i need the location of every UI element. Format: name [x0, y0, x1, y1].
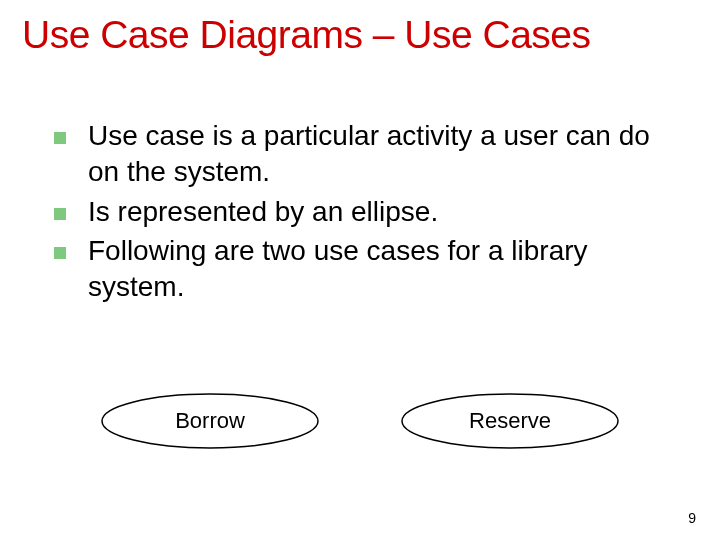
list-item-text: Use case is a particular activity a user…: [88, 118, 680, 190]
list-item: Following are two use cases for a librar…: [54, 233, 680, 305]
use-case-borrow: Borrow: [100, 392, 320, 450]
slide: Use Case Diagrams – Use Cases Use case i…: [0, 0, 720, 540]
list-item-text: Following are two use cases for a librar…: [88, 233, 680, 305]
slide-title: Use Case Diagrams – Use Cases: [22, 14, 700, 57]
list-item-text: Is represented by an ellipse.: [88, 194, 438, 230]
list-item: Use case is a particular activity a user…: [54, 118, 680, 190]
square-bullet-icon: [54, 208, 66, 220]
use-case-label: Borrow: [175, 408, 245, 434]
list-item: Is represented by an ellipse.: [54, 194, 680, 230]
bullet-list: Use case is a particular activity a user…: [54, 118, 680, 309]
use-case-reserve: Reserve: [400, 392, 620, 450]
square-bullet-icon: [54, 132, 66, 144]
page-number: 9: [688, 510, 696, 526]
use-case-row: Borrow Reserve: [60, 392, 660, 450]
square-bullet-icon: [54, 247, 66, 259]
use-case-label: Reserve: [469, 408, 551, 434]
